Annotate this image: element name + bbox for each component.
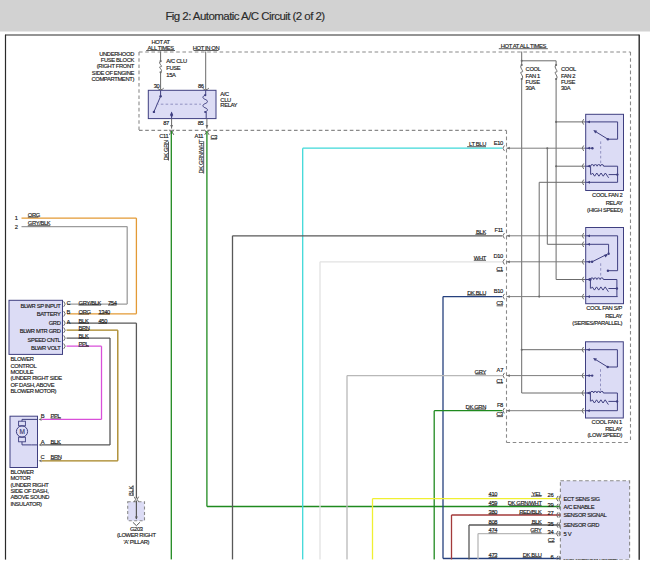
svg-text:COMPARTMENT): COMPARTMENT) — [91, 76, 134, 82]
svg-text:C: C — [66, 300, 70, 306]
svg-text:SIDE OF ENGINE: SIDE OF ENGINE — [92, 70, 135, 76]
svg-text:C: C — [41, 454, 45, 460]
svg-text:CONTROL: CONTROL — [11, 363, 38, 369]
svg-text:COOL: COOL — [561, 66, 577, 72]
svg-text:6: 6 — [550, 554, 553, 560]
svg-text:35: 35 — [548, 521, 554, 527]
svg-text:ABOVE SOUND: ABOVE SOUND — [11, 494, 50, 500]
svg-text:(SERIES/PARALLEL): (SERIES/PARALLEL) — [572, 320, 622, 326]
svg-text:E10: E10 — [494, 140, 503, 146]
svg-text:UNDERHOOD: UNDERHOOD — [99, 51, 134, 57]
svg-text:GRD: GRD — [49, 320, 61, 326]
svg-text:30A: 30A — [561, 85, 571, 91]
svg-text:SENSOR SIGNAL: SENSOR SIGNAL — [564, 512, 608, 518]
svg-text:SPEED CNTL: SPEED CNTL — [28, 337, 62, 343]
svg-text:F8: F8 — [497, 402, 503, 408]
svg-text:ECT SENS SIG: ECT SENS SIG — [564, 496, 601, 502]
svg-text:FUSE BLOCK: FUSE BLOCK — [101, 57, 135, 63]
svg-text:5 V: 5 V — [564, 531, 572, 537]
svg-text:26: 26 — [548, 492, 554, 498]
svg-text:BATTERY: BATTERY — [37, 311, 61, 317]
svg-text:FUSE: FUSE — [526, 79, 541, 85]
svg-text:BLWR MTR GRD: BLWR MTR GRD — [20, 328, 61, 334]
svg-text:B: B — [67, 309, 71, 315]
svg-text:15A: 15A — [166, 72, 176, 78]
svg-text:COOL: COOL — [526, 66, 542, 72]
svg-text:C11: C11 — [159, 133, 168, 139]
svg-text:A: A — [67, 319, 71, 325]
svg-text:RELAY: RELAY — [606, 200, 623, 206]
svg-text:FUSE: FUSE — [561, 79, 576, 85]
svg-text:FUSE: FUSE — [166, 65, 181, 71]
svg-text:Fig 2: Automatic A/C Circuit (: Fig 2: Automatic A/C Circuit (2 of 2) — [165, 10, 325, 22]
svg-text:RELAY: RELAY — [220, 102, 237, 108]
svg-text:27: 27 — [548, 510, 554, 516]
svg-text:M: M — [19, 428, 24, 435]
svg-text:F11: F11 — [494, 227, 503, 233]
svg-text:A7: A7 — [497, 367, 504, 373]
svg-text:COOL FAN 1: COOL FAN 1 — [592, 419, 623, 425]
svg-text:FAN 2: FAN 2 — [561, 73, 575, 79]
svg-text:A/C CLU: A/C CLU — [166, 58, 187, 64]
svg-text:OF DASH, ABOVE: OF DASH, ABOVE — [11, 382, 55, 388]
svg-text:87: 87 — [163, 120, 169, 126]
svg-text:1: 1 — [15, 215, 18, 221]
svg-text:D10: D10 — [493, 253, 503, 259]
svg-text:MOTOR: MOTOR — [11, 475, 31, 481]
svg-text:BLOWER: BLOWER — [11, 356, 34, 362]
svg-text:BLWR SP INPUT: BLWR SP INPUT — [20, 303, 61, 309]
svg-text:A/C ENABLE: A/C ENABLE — [564, 504, 595, 510]
svg-text:COOL FAN 2: COOL FAN 2 — [592, 192, 623, 198]
svg-text:2: 2 — [15, 224, 18, 230]
svg-text:(UNDER RIGHT SIDE: (UNDER RIGHT SIDE — [11, 375, 63, 381]
svg-text:MODULE: MODULE — [11, 369, 34, 375]
svg-text:RELAY: RELAY — [605, 313, 622, 319]
svg-text:B10: B10 — [494, 288, 503, 294]
svg-text:G203: G203 — [130, 526, 143, 532]
svg-text:(UNDER RIGHT: (UNDER RIGHT — [11, 482, 50, 488]
svg-text:B: B — [41, 413, 45, 419]
svg-text:A: A — [41, 439, 45, 445]
svg-text:SIDE OF DASH,: SIDE OF DASH, — [11, 488, 50, 494]
svg-text:COOL FAN S/P: COOL FAN S/P — [586, 305, 622, 311]
svg-text:85: 85 — [198, 120, 204, 126]
svg-text:RELAY: RELAY — [605, 426, 622, 432]
svg-text:'A' PILLAR): 'A' PILLAR) — [123, 539, 149, 545]
svg-text:SENSOR GRD: SENSOR GRD — [564, 522, 600, 528]
svg-text:(LOWER RIGHT: (LOWER RIGHT — [117, 532, 156, 538]
svg-text:BLOWER: BLOWER — [11, 469, 34, 475]
svg-text:39: 39 — [548, 502, 554, 508]
svg-text:(RIGHT FRONT: (RIGHT FRONT — [97, 63, 135, 69]
svg-text:FAN 1: FAN 1 — [526, 73, 540, 79]
svg-text:A11: A11 — [194, 133, 203, 139]
svg-text:30: 30 — [154, 83, 160, 89]
svg-text:BLOWER MOTOR): BLOWER MOTOR) — [11, 388, 57, 394]
svg-text:86: 86 — [198, 83, 204, 89]
svg-text:HOT AT: HOT AT — [151, 39, 170, 45]
svg-text:30A: 30A — [526, 85, 536, 91]
svg-text:(LOW SPEED): (LOW SPEED) — [588, 432, 623, 438]
svg-text:BLWR VOLT: BLWR VOLT — [31, 345, 61, 351]
svg-text:(HIGH SPEED): (HIGH SPEED) — [587, 207, 623, 213]
svg-text:INSULATOR): INSULATOR) — [11, 501, 42, 507]
